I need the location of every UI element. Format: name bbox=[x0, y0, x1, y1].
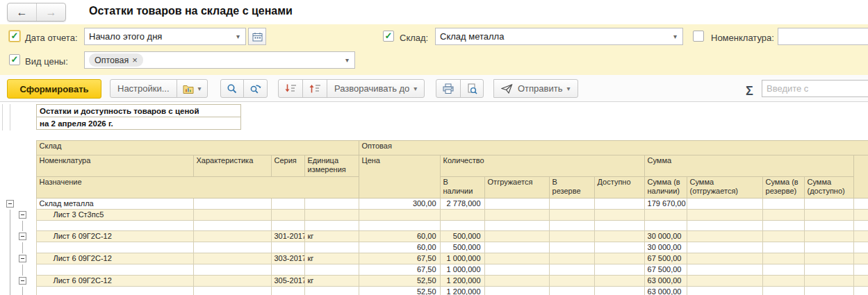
cell-name[interactable]: Лист 6 09Г2С-12 bbox=[36, 253, 193, 264]
cell-series[interactable] bbox=[271, 287, 304, 295]
expander-icon[interactable] bbox=[6, 200, 14, 208]
cell-sum-available[interactable] bbox=[804, 253, 853, 264]
expand-groups-button[interactable] bbox=[278, 79, 303, 98]
cell-series[interactable] bbox=[271, 199, 304, 210]
cell-price[interactable]: 60,00 bbox=[359, 231, 440, 242]
cell-qty-available[interactable] bbox=[594, 242, 644, 253]
warehouse-input[interactable]: Склад металла ▾ bbox=[435, 28, 683, 45]
cell-qty-available[interactable] bbox=[594, 264, 644, 276]
report-variants-button[interactable]: ▾ bbox=[177, 79, 208, 98]
cell-sum-in-stock[interactable]: 63 000,00 bbox=[644, 287, 687, 295]
tag-remove-icon[interactable]: × bbox=[132, 55, 138, 65]
cell-sum-available[interactable] bbox=[804, 276, 853, 287]
cell-extra[interactable] bbox=[853, 199, 868, 210]
cell-series[interactable] bbox=[271, 221, 304, 231]
cell-sum-in-stock[interactable] bbox=[644, 210, 687, 221]
cell-sum-available[interactable] bbox=[804, 231, 853, 242]
cell-extra[interactable] bbox=[853, 231, 868, 242]
cell-characteristic[interactable] bbox=[193, 287, 271, 295]
cell-sum-shipping[interactable] bbox=[687, 264, 762, 276]
cell-characteristic[interactable] bbox=[193, 276, 271, 287]
cell-unit[interactable] bbox=[304, 242, 359, 253]
cell-qty-in-stock[interactable] bbox=[440, 221, 484, 231]
cell-name[interactable] bbox=[36, 242, 193, 253]
cell-extra[interactable] bbox=[853, 242, 868, 253]
cell-sum-in-stock[interactable]: 63 000,00 bbox=[644, 276, 687, 287]
cell-sum-available[interactable] bbox=[804, 199, 853, 210]
cell-sum-shipping[interactable] bbox=[687, 242, 762, 253]
send-button[interactable]: Отправить▾ bbox=[493, 79, 578, 98]
cell-sum-available[interactable] bbox=[804, 287, 853, 295]
cell-series[interactable]: 305-2017 bbox=[271, 276, 304, 287]
collapse-groups-button[interactable] bbox=[302, 79, 327, 98]
cell-series[interactable]: 303-2017 bbox=[271, 253, 304, 264]
cell-extra[interactable] bbox=[853, 253, 868, 264]
cell-price[interactable] bbox=[359, 210, 440, 221]
cell-sum-reserve[interactable] bbox=[762, 210, 804, 221]
cell-name[interactable]: Склад металла bbox=[36, 199, 193, 210]
cell-name[interactable] bbox=[36, 287, 193, 295]
cell-sum-shipping[interactable] bbox=[687, 253, 762, 264]
cell-sum-in-stock[interactable]: 30 000,00 bbox=[644, 231, 687, 242]
cell-qty-reserve[interactable] bbox=[549, 253, 594, 264]
forward-button[interactable]: → bbox=[36, 3, 65, 21]
cell-series[interactable]: 301-2017 bbox=[271, 231, 304, 242]
cell-characteristic[interactable] bbox=[193, 253, 271, 264]
cell-qty-in-stock[interactable]: 1 000,000 bbox=[440, 253, 484, 264]
cell-qty-in-stock[interactable]: 500,000 bbox=[440, 242, 484, 253]
cell-qty-in-stock[interactable]: 500,000 bbox=[440, 231, 484, 242]
cell-qty-available[interactable] bbox=[594, 199, 644, 210]
cell-sum-shipping[interactable] bbox=[687, 287, 762, 295]
cell-qty-reserve[interactable] bbox=[549, 210, 594, 221]
cell-series[interactable] bbox=[271, 242, 304, 253]
search-button[interactable] bbox=[220, 79, 244, 98]
cell-qty-reserve[interactable] bbox=[549, 264, 594, 276]
expander-icon[interactable] bbox=[19, 211, 26, 219]
price-kind-checkbox[interactable]: ✓ bbox=[9, 54, 20, 65]
settings-button[interactable]: Настройки... bbox=[110, 79, 177, 98]
cell-qty-reserve[interactable] bbox=[549, 242, 594, 253]
expander-icon[interactable] bbox=[19, 277, 26, 285]
cell-sum-in-stock[interactable]: 30 000,00 bbox=[644, 242, 687, 253]
cell-qty-in-stock[interactable]: 2 778,000 bbox=[440, 199, 484, 210]
cell-sum-available[interactable] bbox=[804, 242, 853, 253]
cell-series[interactable] bbox=[271, 210, 304, 221]
cell-unit[interactable] bbox=[304, 287, 359, 295]
cell-qty-in-stock[interactable] bbox=[440, 210, 484, 221]
cell-series[interactable] bbox=[271, 264, 304, 276]
cell-sum-reserve[interactable] bbox=[762, 253, 804, 264]
cell-price[interactable] bbox=[359, 221, 440, 231]
cell-unit[interactable] bbox=[304, 221, 359, 231]
cell-sum-in-stock[interactable]: 179 670,00 bbox=[644, 199, 687, 210]
cell-name[interactable]: Лист 6 09Г2С-12 bbox=[36, 231, 193, 242]
cell-sum-reserve[interactable] bbox=[762, 264, 804, 276]
cell-characteristic[interactable] bbox=[193, 231, 271, 242]
cell-unit[interactable] bbox=[304, 210, 359, 221]
back-button[interactable]: ← bbox=[8, 3, 36, 21]
cell-sum-shipping[interactable] bbox=[687, 210, 762, 221]
cell-characteristic[interactable] bbox=[193, 210, 271, 221]
cell-qty-shipping[interactable] bbox=[484, 264, 549, 276]
cell-extra[interactable] bbox=[853, 287, 868, 295]
cell-qty-available[interactable] bbox=[594, 221, 644, 231]
cell-price[interactable]: 60,00 bbox=[359, 242, 440, 253]
expand-to-button[interactable]: Разворачивать до▾ bbox=[327, 79, 425, 98]
print-button[interactable] bbox=[436, 79, 461, 98]
cell-sum-shipping[interactable] bbox=[687, 231, 762, 242]
cell-unit[interactable] bbox=[304, 264, 359, 276]
cell-unit[interactable]: кг bbox=[304, 253, 359, 264]
cell-qty-available[interactable] bbox=[594, 231, 644, 242]
cell-qty-shipping[interactable] bbox=[484, 199, 549, 210]
cell-price[interactable]: 300,00 bbox=[359, 199, 440, 210]
cell-sum-in-stock[interactable]: 67 500,00 bbox=[644, 264, 687, 276]
calendar-button[interactable] bbox=[248, 28, 266, 45]
cell-sum-in-stock[interactable] bbox=[644, 221, 687, 231]
cell-unit[interactable] bbox=[304, 199, 359, 210]
cell-qty-shipping[interactable] bbox=[484, 210, 549, 221]
cell-qty-shipping[interactable] bbox=[484, 242, 549, 253]
price-kind-tag[interactable]: Оптовая× bbox=[89, 53, 143, 67]
cell-sum-reserve[interactable] bbox=[762, 221, 804, 231]
cell-name[interactable] bbox=[36, 264, 193, 276]
cell-qty-in-stock[interactable]: 1 200,000 bbox=[440, 276, 484, 287]
cell-qty-available[interactable] bbox=[594, 253, 644, 264]
